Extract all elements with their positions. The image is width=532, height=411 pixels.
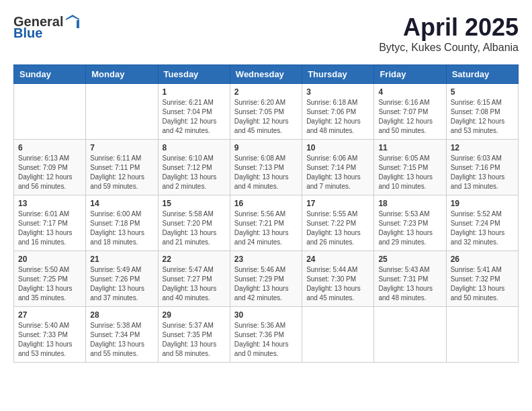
calendar-cell: 30Sunrise: 5:36 AM Sunset: 7:36 PM Dayli… xyxy=(230,307,302,363)
day-info: Sunrise: 6:08 AM Sunset: 7:13 PM Dayligh… xyxy=(234,154,298,191)
day-number: 5 xyxy=(451,87,514,97)
page-header: General Blue April 2025 Bytyc, Kukes Cou… xyxy=(13,13,519,54)
calendar-cell: 14Sunrise: 6:00 AM Sunset: 7:18 PM Dayli… xyxy=(86,195,158,251)
calendar-cell: 29Sunrise: 5:37 AM Sunset: 7:35 PM Dayli… xyxy=(158,307,230,363)
day-info: Sunrise: 5:58 AM Sunset: 7:20 PM Dayligh… xyxy=(163,210,226,247)
day-info: Sunrise: 6:00 AM Sunset: 7:18 PM Dayligh… xyxy=(90,210,153,247)
day-number: 16 xyxy=(234,199,298,208)
calendar-week-row: 20Sunrise: 5:50 AM Sunset: 7:25 PM Dayli… xyxy=(14,251,519,307)
day-info: Sunrise: 6:15 AM Sunset: 7:08 PM Dayligh… xyxy=(451,98,514,136)
weekday-header-friday: Friday xyxy=(374,65,446,84)
calendar-cell xyxy=(14,84,86,140)
month-title: April 2025 xyxy=(379,13,519,42)
weekday-header-sunday: Sunday xyxy=(14,65,86,84)
day-info: Sunrise: 6:18 AM Sunset: 7:06 PM Dayligh… xyxy=(306,98,369,136)
day-info: Sunrise: 5:56 AM Sunset: 7:21 PM Dayligh… xyxy=(234,210,298,247)
calendar-cell xyxy=(302,307,374,363)
day-number: 10 xyxy=(306,143,369,152)
day-info: Sunrise: 5:53 AM Sunset: 7:23 PM Dayligh… xyxy=(378,210,441,247)
day-info: Sunrise: 5:44 AM Sunset: 7:30 PM Dayligh… xyxy=(306,265,369,303)
calendar-week-row: 13Sunrise: 6:01 AM Sunset: 7:17 PM Dayli… xyxy=(14,195,519,251)
day-info: Sunrise: 6:06 AM Sunset: 7:14 PM Dayligh… xyxy=(306,154,369,191)
calendar-cell: 10Sunrise: 6:06 AM Sunset: 7:14 PM Dayli… xyxy=(302,140,374,195)
day-number: 22 xyxy=(163,255,226,264)
logo: General Blue xyxy=(13,13,81,41)
calendar-cell: 20Sunrise: 5:50 AM Sunset: 7:25 PM Dayli… xyxy=(14,251,86,307)
calendar-cell: 25Sunrise: 5:43 AM Sunset: 7:31 PM Dayli… xyxy=(374,251,446,307)
day-info: Sunrise: 6:21 AM Sunset: 7:04 PM Dayligh… xyxy=(163,98,226,136)
calendar-cell: 28Sunrise: 5:38 AM Sunset: 7:34 PM Dayli… xyxy=(86,307,158,363)
location-title: Bytyc, Kukes County, Albania xyxy=(379,42,519,54)
calendar-cell: 3Sunrise: 6:18 AM Sunset: 7:06 PM Daylig… xyxy=(302,84,374,140)
day-info: Sunrise: 5:36 AM Sunset: 7:36 PM Dayligh… xyxy=(234,321,298,359)
day-number: 19 xyxy=(451,199,514,208)
calendar-cell: 12Sunrise: 6:03 AM Sunset: 7:16 PM Dayli… xyxy=(446,140,518,195)
logo-blue-text: Blue xyxy=(13,26,42,41)
day-info: Sunrise: 6:10 AM Sunset: 7:12 PM Dayligh… xyxy=(163,154,226,191)
calendar-cell: 18Sunrise: 5:53 AM Sunset: 7:23 PM Dayli… xyxy=(374,195,446,251)
calendar-cell: 19Sunrise: 5:52 AM Sunset: 7:24 PM Dayli… xyxy=(446,195,518,251)
day-number: 17 xyxy=(306,199,369,208)
calendar-cell xyxy=(374,307,446,363)
day-info: Sunrise: 5:38 AM Sunset: 7:34 PM Dayligh… xyxy=(90,321,153,359)
weekday-header-tuesday: Tuesday xyxy=(158,65,230,84)
day-info: Sunrise: 5:40 AM Sunset: 7:33 PM Dayligh… xyxy=(18,321,81,359)
weekday-header-saturday: Saturday xyxy=(446,65,518,84)
day-number: 7 xyxy=(90,143,153,152)
calendar-table: SundayMondayTuesdayWednesdayThursdayFrid… xyxy=(13,64,519,363)
day-info: Sunrise: 6:13 AM Sunset: 7:09 PM Dayligh… xyxy=(18,154,81,191)
day-info: Sunrise: 5:50 AM Sunset: 7:25 PM Dayligh… xyxy=(18,265,81,303)
day-number: 4 xyxy=(378,87,441,97)
day-number: 13 xyxy=(18,199,81,208)
day-number: 8 xyxy=(163,143,226,152)
day-info: Sunrise: 6:05 AM Sunset: 7:15 PM Dayligh… xyxy=(378,154,441,191)
day-info: Sunrise: 6:11 AM Sunset: 7:11 PM Dayligh… xyxy=(90,154,153,191)
logo-icon xyxy=(64,13,81,30)
day-number: 20 xyxy=(18,255,81,264)
day-number: 24 xyxy=(306,255,369,264)
day-info: Sunrise: 5:52 AM Sunset: 7:24 PM Dayligh… xyxy=(451,210,514,247)
calendar-cell: 21Sunrise: 5:49 AM Sunset: 7:26 PM Dayli… xyxy=(86,251,158,307)
day-info: Sunrise: 6:03 AM Sunset: 7:16 PM Dayligh… xyxy=(451,154,514,191)
calendar-cell: 16Sunrise: 5:56 AM Sunset: 7:21 PM Dayli… xyxy=(230,195,302,251)
day-info: Sunrise: 6:01 AM Sunset: 7:17 PM Dayligh… xyxy=(18,210,81,247)
day-info: Sunrise: 5:46 AM Sunset: 7:29 PM Dayligh… xyxy=(234,265,298,303)
day-number: 28 xyxy=(90,310,153,320)
day-info: Sunrise: 6:20 AM Sunset: 7:05 PM Dayligh… xyxy=(234,98,298,136)
calendar-week-row: 27Sunrise: 5:40 AM Sunset: 7:33 PM Dayli… xyxy=(14,307,519,363)
calendar-cell: 4Sunrise: 6:16 AM Sunset: 7:07 PM Daylig… xyxy=(374,84,446,140)
calendar-cell: 27Sunrise: 5:40 AM Sunset: 7:33 PM Dayli… xyxy=(14,307,86,363)
calendar-cell: 23Sunrise: 5:46 AM Sunset: 7:29 PM Dayli… xyxy=(230,251,302,307)
day-number: 27 xyxy=(18,310,81,320)
day-info: Sunrise: 5:43 AM Sunset: 7:31 PM Dayligh… xyxy=(378,265,441,303)
day-number: 15 xyxy=(163,199,226,208)
calendar-cell: 6Sunrise: 6:13 AM Sunset: 7:09 PM Daylig… xyxy=(14,140,86,195)
day-number: 12 xyxy=(451,143,514,152)
day-number: 30 xyxy=(234,310,298,320)
day-number: 26 xyxy=(451,255,514,264)
calendar-cell: 9Sunrise: 6:08 AM Sunset: 7:13 PM Daylig… xyxy=(230,140,302,195)
day-number: 1 xyxy=(163,87,226,97)
day-number: 3 xyxy=(306,87,369,97)
day-number: 18 xyxy=(378,199,441,208)
day-number: 6 xyxy=(18,143,81,152)
day-number: 11 xyxy=(378,143,441,152)
day-number: 14 xyxy=(90,199,153,208)
calendar-cell xyxy=(446,307,518,363)
calendar-cell: 5Sunrise: 6:15 AM Sunset: 7:08 PM Daylig… xyxy=(446,84,518,140)
calendar-cell: 13Sunrise: 6:01 AM Sunset: 7:17 PM Dayli… xyxy=(14,195,86,251)
day-number: 29 xyxy=(163,310,226,320)
weekday-header-monday: Monday xyxy=(86,65,158,84)
calendar-cell: 2Sunrise: 6:20 AM Sunset: 7:05 PM Daylig… xyxy=(230,84,302,140)
day-info: Sunrise: 6:16 AM Sunset: 7:07 PM Dayligh… xyxy=(378,98,441,136)
weekday-header-row: SundayMondayTuesdayWednesdayThursdayFrid… xyxy=(14,65,519,84)
day-info: Sunrise: 5:55 AM Sunset: 7:22 PM Dayligh… xyxy=(306,210,369,247)
weekday-header-wednesday: Wednesday xyxy=(230,65,302,84)
calendar-cell: 22Sunrise: 5:47 AM Sunset: 7:27 PM Dayli… xyxy=(158,251,230,307)
day-info: Sunrise: 5:37 AM Sunset: 7:35 PM Dayligh… xyxy=(163,321,226,359)
day-number: 23 xyxy=(234,255,298,264)
calendar-week-row: 1Sunrise: 6:21 AM Sunset: 7:04 PM Daylig… xyxy=(14,84,519,140)
calendar-cell: 7Sunrise: 6:11 AM Sunset: 7:11 PM Daylig… xyxy=(86,140,158,195)
day-number: 21 xyxy=(90,255,153,264)
calendar-cell: 8Sunrise: 6:10 AM Sunset: 7:12 PM Daylig… xyxy=(158,140,230,195)
